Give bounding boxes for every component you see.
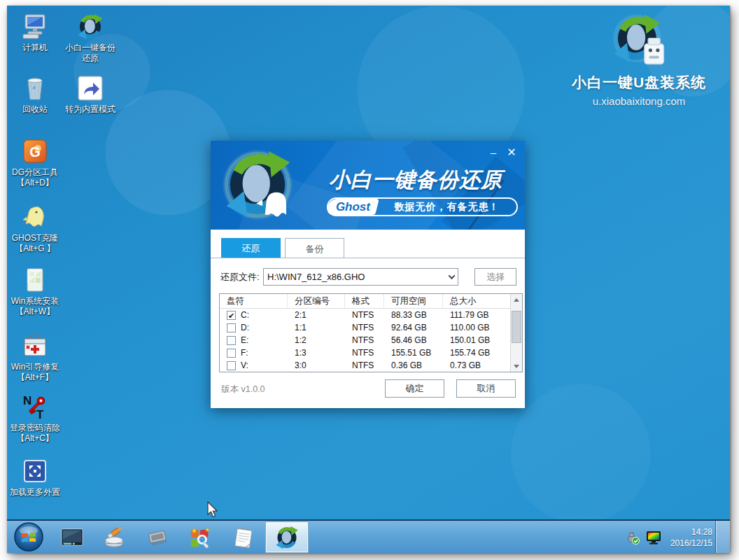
first-aid-kit-icon [21,332,49,360]
tab-restore[interactable]: 还原 [221,238,281,258]
taskbar-item-backup-restore-active[interactable] [265,522,309,553]
scroll-down-icon[interactable] [511,360,522,372]
desktop-icon-backup-restore[interactable]: 小白一键备份 还原 [62,13,118,64]
shortcut-arrow-icon [76,74,104,102]
svg-text:G: G [29,144,41,160]
notepad-icon [232,526,255,550]
ghost-badge: Ghost 数据无价，有备无患！ [327,197,518,216]
desktop-icon-label: GHOST克隆 【Alt+G 】 [7,233,63,254]
desktop-icon-win-install[interactable]: Win系统安装 【Alt+W】 [7,266,63,317]
branding-title: 小白一键U盘装系统 [561,73,717,92]
desktop-icon-label: Win引导修复 【Alt+F】 [7,362,63,383]
scrollbar-thumb[interactable] [512,311,521,343]
taskbar-item-tools[interactable] [185,523,215,552]
backup-restore-icon [76,13,104,41]
backup-restore-icon [274,525,300,550]
tab-backup[interactable]: 备份 [285,238,344,258]
console-icon [60,526,84,550]
col-header-format: 格式 [345,294,384,309]
table-row[interactable]: V: 3:0 NTFS 0.36 GB 0.73 GB [220,359,510,372]
ghost-icon [21,203,49,231]
cancel-button[interactable]: 取消 [456,379,516,398]
dialog-logo-icon [218,145,297,225]
backup-restore-dialog: 小白一键备份还原 Ghost 数据无价，有备无患！ – ✕ 还原 备份 还原文件… [211,141,525,408]
recycle-bin-icon [21,74,49,102]
col-header-free: 可用空间 [384,294,443,309]
ghost-badge-left: Ghost [325,199,379,215]
close-button[interactable]: ✕ [505,146,519,159]
tray-usb-icon[interactable] [626,521,641,553]
desktop-icon-builtin-mode[interactable]: 转为内置模式 [62,74,118,115]
computer-icon [21,13,49,41]
taskbar: 14:28 2016/12/15 [7,519,730,553]
table-row[interactable]: E: 1:2 NTFS 56.46 GB 150.01 GB [220,334,510,346]
desktop-icon-recycle-bin[interactable]: 回收站 [7,74,63,115]
desktop-icon-label: 计算机 [7,43,63,53]
table-row[interactable]: F: 1:3 NTFS 155.51 GB 155.74 GB [220,346,510,359]
col-header-drive: 盘符 [220,294,288,309]
clock-date: 2016/12/15 [663,538,712,549]
desktop-icon-computer[interactable]: 计算机 [7,13,63,53]
branding: 小白一键U盘装系统 u.xiaobaixitong.com [561,13,717,107]
taskbar-item-notepad[interactable] [229,523,258,552]
desktop-icon-label: 转为内置模式 [62,104,118,115]
start-button[interactable] [13,522,44,552]
dialog-title: 小白一键备份还原 [329,166,518,195]
desktop-icon-label: 加载更多外置 [7,487,63,498]
taskbar-clock[interactable]: 14:28 2016/12/15 [663,521,712,553]
desktop-icon-load-more[interactable]: 加载更多外置 [7,457,63,498]
taskbar-item-console[interactable] [57,523,87,552]
scroll-up-icon[interactable] [511,294,522,305]
table-row[interactable]: C: 2:1 NTFS 88.33 GB 111.79 GB [220,309,510,321]
dialog-slogan: 数据无价，有备无患！ [377,201,516,214]
col-header-total: 总大小 [443,294,510,309]
clock-time: 14:28 [663,526,712,538]
row-checkbox[interactable] [227,361,236,370]
desktop-icon-label: 登录密码清除 【Alt+C】 [7,423,63,444]
version-label: 版本 v1.0.0 [221,384,265,396]
desktop-icon-diskgenius[interactable]: G DG分区工具 【Alt+D】 [7,137,63,188]
desktop-icon-label: DG分区工具 【Alt+D】 [7,167,63,188]
select-button[interactable]: 选择 [474,268,516,286]
ok-button[interactable]: 确定 [385,379,444,398]
disk-brush-icon [103,526,127,550]
svg-text:T: T [36,408,44,421]
dialog-banner: 小白一键备份还原 Ghost 数据无价，有备无患！ – ✕ [211,141,525,230]
desktop-icon-ghost-clone[interactable]: GHOST克隆 【Alt+G 】 [7,203,63,254]
expand-arrows-icon [21,457,49,485]
desktop-icon-label: 小白一键备份 还原 [62,43,118,64]
memory-chip-icon [146,526,169,550]
row-checkbox[interactable] [227,311,236,320]
branding-url: u.xiaobaixitong.com [561,95,717,107]
mouse-cursor [207,501,219,518]
col-header-partition: 分区编号 [288,294,345,309]
partition-table: 盘符 分区编号 格式 可用空间 总大小 C: 2:1 NTFS 88.33 GB… [219,293,523,372]
svg-text:N: N [23,394,31,407]
tab-separator [211,258,525,258]
row-checkbox[interactable] [227,323,236,332]
desktop-icon-boot-repair[interactable]: Win引导修复 【Alt+F】 [7,332,63,383]
desktop-icon-password-clear[interactable]: N T 登录密码清除 【Alt+C】 [7,393,63,444]
restore-file-combobox[interactable]: H:\WIN7_612_x86.GHO [263,268,458,286]
taskbar-item-disk-cleanup[interactable] [100,523,129,552]
table-header-row: 盘符 分区编号 格式 可用空间 总大小 [220,294,510,309]
desktop: 计算机 小白一键备份 还原 回收站 转为内置模式 [7,6,730,553]
win-installer-icon [21,266,49,294]
diskgenius-icon: G [21,137,49,165]
nt-key-icon: N T [21,393,49,421]
chevron-down-icon[interactable] [445,269,458,285]
table-row[interactable]: D: 1:1 NTFS 92.64 GB 110.00 GB [220,321,510,334]
desktop-icon-label: 回收站 [7,104,63,115]
desktop-icon-label: Win系统安装 【Alt+W】 [7,296,63,317]
usb-system-logo-icon [610,13,668,71]
tools-icon [188,526,212,550]
row-checkbox[interactable] [227,336,236,345]
tray-display-icon[interactable] [645,521,662,553]
row-checkbox[interactable] [227,349,236,358]
taskbar-item-memory[interactable] [143,523,172,552]
restore-file-value: H:\WIN7_612_x86.GHO [264,272,445,282]
restore-file-label: 还原文件: [220,268,260,286]
table-scrollbar[interactable] [510,294,522,372]
minimize-button[interactable]: – [486,146,500,159]
show-desktop-button[interactable] [715,521,730,553]
